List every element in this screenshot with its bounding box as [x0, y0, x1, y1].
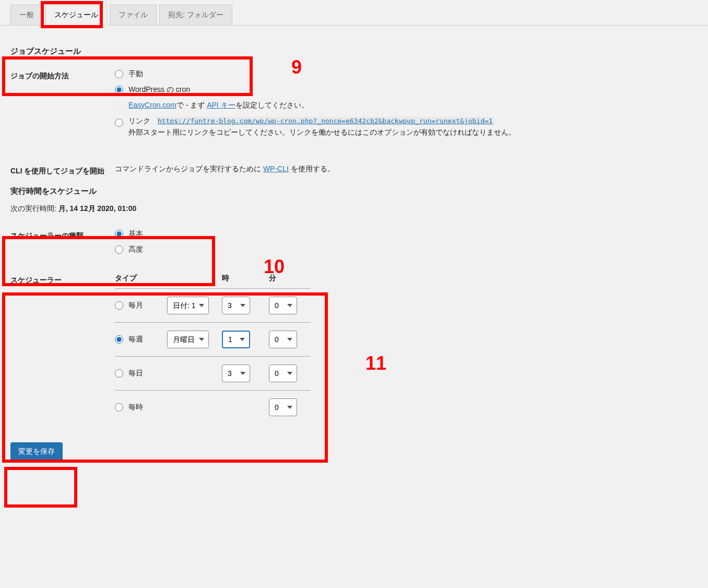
label-scheduler-type: スケジューラーの種類 [10, 229, 115, 241]
radio-start-manual[interactable] [115, 70, 123, 78]
radio-sched-daily[interactable] [115, 369, 123, 378]
tab-dest-folder[interactable]: 宛先: フォルダー [159, 5, 232, 26]
heading-schedule-time: 実行時間をスケジュール [10, 186, 698, 196]
label-sched-hourly[interactable]: 毎時 [128, 403, 143, 412]
radio-start-wpcron[interactable] [115, 86, 123, 94]
label-start-method: ジョブの開始方法 [10, 69, 115, 81]
save-button[interactable]: 変更を保存 [10, 442, 63, 461]
col-head-hour: 時 [222, 274, 269, 283]
tabs-bar: 一般 スケジュール ファイル 宛先: フォルダー [0, 0, 708, 26]
tab-file[interactable]: ファイル [110, 5, 157, 26]
label-sched-monthly[interactable]: 毎月 [128, 301, 143, 310]
radio-sched-hourly[interactable] [115, 403, 123, 411]
label-cli-start: CLI を使用してジョブを開始 [10, 164, 115, 176]
tab-general[interactable]: 一般 [10, 5, 43, 26]
link-apikey[interactable]: API キー [207, 101, 235, 109]
next-run-time: 次の実行時間: 月, 14 12月 2020, 01:00 [10, 204, 698, 214]
select-weekly-day[interactable]: 月曜日 [167, 331, 209, 348]
label-scheduler: スケジューラー [10, 274, 115, 285]
help-link: 外部スタート用にリンクをコピーしてください。リンクを働かせるにはこのオプションが… [128, 128, 516, 137]
label-start-manual[interactable]: 手動 [128, 69, 143, 79]
select-weekly-hour[interactable]: 1 [222, 331, 250, 348]
cron-link-url[interactable]: https://funtre-blog.com/wp/wp-cron.php?_… [157, 117, 494, 125]
label-sched-weekly[interactable]: 毎週 [128, 335, 143, 344]
label-stype-basic[interactable]: 基本 [128, 229, 143, 239]
label-start-wpcron[interactable]: WordPress の cron [128, 85, 190, 95]
scheduler-table: タイプ 時 分 毎月 日付: 1 3 [115, 274, 311, 424]
label-sched-daily[interactable]: 毎日 [128, 369, 143, 378]
radio-stype-advanced[interactable] [115, 245, 123, 254]
text-easycron: EasyCron.comで - まず API キーを設定してください。 [128, 101, 309, 110]
col-head-type: タイプ [115, 274, 222, 283]
radio-start-link[interactable] [115, 119, 123, 127]
link-easycron[interactable]: EasyCron.com [128, 101, 176, 109]
select-monthly-hour[interactable]: 3 [222, 297, 250, 314]
select-monthly-min[interactable]: 0 [269, 297, 297, 314]
heading-job-schedule: ジョブスケジュール [10, 46, 698, 56]
label-start-link: リンク [128, 116, 150, 125]
select-daily-min[interactable]: 0 [269, 364, 297, 382]
label-stype-advanced[interactable]: 高度 [128, 245, 143, 254]
radio-sched-weekly[interactable] [115, 335, 123, 344]
select-daily-hour[interactable]: 3 [222, 364, 250, 382]
text-cli: コマンドラインからジョブを実行するために WP-CLI を使用する。 [115, 164, 698, 174]
select-hourly-min[interactable]: 0 [269, 398, 297, 416]
radio-start-easycron [115, 101, 123, 110]
select-monthly-date[interactable]: 日付: 1 [167, 297, 209, 314]
radio-sched-monthly[interactable] [115, 301, 123, 310]
col-head-min: 分 [269, 274, 300, 283]
select-weekly-min[interactable]: 0 [269, 331, 297, 348]
link-wpcli[interactable]: WP-CLI [263, 164, 289, 173]
tab-schedule[interactable]: スケジュール [45, 5, 107, 26]
radio-stype-basic[interactable] [115, 230, 123, 238]
